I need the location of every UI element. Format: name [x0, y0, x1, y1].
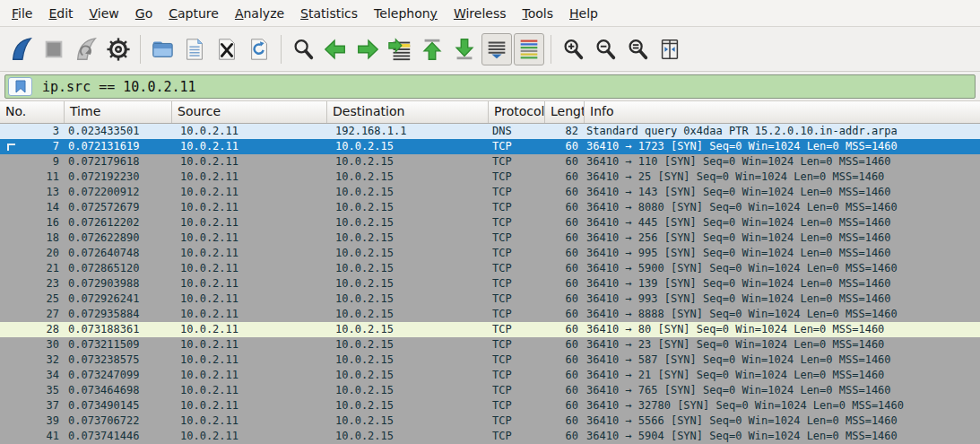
packet-row[interactable]: 130.07220091210.0.2.1110.0.2.15TCP603641…	[0, 185, 980, 200]
packet-cell-no: 18	[0, 231, 65, 246]
packet-row[interactable]: 210.07286512010.0.2.1110.0.2.15TCP603641…	[0, 261, 980, 276]
close-file-icon[interactable]	[212, 33, 242, 65]
packet-list[interactable]: 30.02343350110.0.2.11192.168.1.1DNS82Sta…	[0, 124, 980, 444]
restart-capture-icon[interactable]	[71, 33, 101, 65]
packet-row[interactable]: 250.07292624110.0.2.1110.0.2.15TCP603641…	[0, 292, 980, 307]
packet-row[interactable]: 410.07374144610.0.2.1110.0.2.15TCP603641…	[0, 429, 980, 444]
packet-row[interactable]: 140.07257267910.0.2.1110.0.2.15TCP603641…	[0, 200, 980, 215]
menu-item-capture[interactable]: Capture	[160, 3, 227, 24]
column-header-source[interactable]: Source	[172, 101, 327, 123]
packet-row[interactable]: 90.07217961810.0.2.1110.0.2.15TCP6036410…	[0, 154, 980, 170]
colorize-icon[interactable]	[514, 33, 544, 65]
zoom-100-icon[interactable]	[622, 33, 653, 65]
menu-item-analyze[interactable]: Analyze	[227, 3, 292, 24]
packet-row[interactable]: 180.07262289010.0.2.1110.0.2.15TCP603641…	[0, 231, 980, 246]
packet-cell-time: 0.023433501	[65, 124, 172, 139]
packet-cell-len: 60	[545, 170, 585, 185]
packet-cell-src: 10.0.2.11	[172, 124, 327, 139]
menu-item-edit[interactable]: Edit	[40, 3, 81, 24]
packet-cell-proto: TCP	[489, 170, 545, 185]
packet-row[interactable]: 200.07264074810.0.2.1110.0.2.15TCP603641…	[0, 246, 980, 261]
go-back-icon[interactable]	[320, 33, 351, 65]
column-header-info[interactable]: Info	[585, 101, 980, 123]
first-packet-icon[interactable]	[417, 33, 447, 65]
packet-cell-no: 30	[0, 337, 65, 353]
packet-cell-len: 60	[545, 383, 585, 398]
packet-cell-proto: TCP	[489, 398, 545, 414]
display-filter-field[interactable]	[4, 74, 976, 99]
reload-file-icon[interactable]	[244, 33, 274, 65]
column-header-destination[interactable]: Destination	[327, 101, 489, 123]
packet-cell-no: 16	[0, 215, 65, 231]
packet-cell-info: 36410 → 587 [SYN] Seq=0 Win=1024 Len=0 M…	[585, 353, 980, 368]
display-filter-input[interactable]	[35, 75, 975, 98]
packet-cell-time: 0.073188361	[65, 322, 172, 337]
resize-columns-icon[interactable]	[655, 33, 685, 65]
packet-cell-len: 60	[545, 200, 585, 215]
packet-row[interactable]: 370.07349014510.0.2.1110.0.2.15TCP603641…	[0, 398, 980, 414]
packet-cell-info: 36410 → 256 [SYN] Seq=0 Win=1024 Len=0 M…	[585, 231, 980, 246]
last-packet-icon[interactable]	[449, 33, 480, 65]
packet-row[interactable]: 70.07213161910.0.2.1110.0.2.15TCP6036410…	[0, 139, 980, 154]
column-header-no[interactable]: No.	[0, 101, 65, 123]
menu-item-help[interactable]: Help	[561, 3, 606, 24]
packet-cell-src: 10.0.2.11	[172, 261, 327, 276]
packet-cell-proto: TCP	[489, 200, 545, 215]
menu-item-telephony[interactable]: Telephony	[366, 3, 446, 24]
packet-cell-proto: TCP	[489, 154, 545, 170]
packet-cell-src: 10.0.2.11	[172, 337, 327, 353]
filter-bookmark-icon[interactable]	[8, 77, 32, 96]
go-forward-icon[interactable]	[352, 33, 383, 65]
packet-row[interactable]: 300.07321150910.0.2.1110.0.2.15TCP603641…	[0, 337, 980, 353]
packet-cell-src: 10.0.2.11	[172, 276, 327, 292]
packet-cell-src: 10.0.2.11	[172, 368, 327, 383]
menu-item-go[interactable]: Go	[127, 3, 160, 24]
menu-item-tools[interactable]: Tools	[515, 3, 562, 24]
packet-cell-proto: DNS	[489, 124, 545, 139]
packet-cell-proto: TCP	[489, 307, 545, 322]
packet-cell-len: 60	[545, 337, 585, 353]
find-packet-icon[interactable]	[288, 33, 318, 65]
packet-cell-info: 36410 → 143 [SYN] Seq=0 Win=1024 Len=0 M…	[585, 185, 980, 200]
packet-cell-proto: TCP	[489, 276, 545, 292]
packet-cell-no: 25	[0, 292, 65, 307]
packet-row[interactable]: 350.07346469810.0.2.1110.0.2.15TCP603641…	[0, 383, 980, 398]
packet-row[interactable]: 320.07323857510.0.2.1110.0.2.15TCP603641…	[0, 353, 980, 368]
capture-options-icon[interactable]	[103, 33, 134, 65]
packet-cell-dst: 10.0.2.15	[327, 231, 489, 246]
go-to-packet-icon[interactable]	[385, 33, 415, 65]
column-header-time[interactable]: Time	[65, 101, 172, 123]
packet-row[interactable]: 110.07219223010.0.2.1110.0.2.15TCP603641…	[0, 170, 980, 185]
stop-capture-icon[interactable]	[39, 33, 69, 65]
toolbar-separator	[281, 35, 282, 64]
packet-cell-src: 10.0.2.11	[172, 231, 327, 246]
packet-cell-info: Standard query 0x4daa PTR 15.2.0.10.in-a…	[585, 124, 980, 139]
packet-cell-dst: 10.0.2.15	[327, 200, 489, 215]
packet-cell-src: 10.0.2.11	[172, 185, 327, 200]
column-header-protocol[interactable]: Protocol	[489, 101, 545, 123]
packet-cell-time: 0.072865120	[65, 261, 172, 276]
auto-scroll-icon[interactable]	[481, 33, 512, 65]
packet-cell-info: 36410 → 139 [SYN] Seq=0 Win=1024 Len=0 M…	[585, 276, 980, 292]
packet-cell-info: 36410 → 5904 [SYN] Seq=0 Win=1024 Len=0 …	[585, 429, 980, 444]
packet-row[interactable]: 230.07290398810.0.2.1110.0.2.15TCP603641…	[0, 276, 980, 292]
packet-cell-len: 60	[545, 307, 585, 322]
packet-row[interactable]: 160.07261220210.0.2.1110.0.2.15TCP603641…	[0, 215, 980, 231]
packet-cell-src: 10.0.2.11	[172, 292, 327, 307]
column-header-length[interactable]: Length	[545, 101, 585, 123]
start-capture-icon[interactable]	[6, 33, 37, 65]
menu-item-wireless[interactable]: Wireless	[446, 3, 515, 24]
packet-row[interactable]: 340.07324709910.0.2.1110.0.2.15TCP603641…	[0, 368, 980, 383]
zoom-out-icon[interactable]	[590, 33, 620, 65]
open-file-icon[interactable]	[147, 33, 178, 65]
menu-item-statistics[interactable]: Statistics	[292, 3, 366, 24]
packet-row[interactable]: 30.02343350110.0.2.11192.168.1.1DNS82Sta…	[0, 124, 980, 139]
packet-row[interactable]: 280.07318836110.0.2.1110.0.2.15TCP603641…	[0, 322, 980, 337]
save-file-icon[interactable]	[179, 33, 210, 65]
zoom-in-icon[interactable]	[558, 33, 588, 65]
packet-cell-no: 14	[0, 200, 65, 215]
packet-row[interactable]: 270.07293588410.0.2.1110.0.2.15TCP603641…	[0, 307, 980, 322]
menu-item-view[interactable]: View	[82, 3, 127, 24]
menu-item-file[interactable]: File	[4, 3, 40, 24]
packet-row[interactable]: 390.07370672210.0.2.1110.0.2.15TCP603641…	[0, 414, 980, 429]
